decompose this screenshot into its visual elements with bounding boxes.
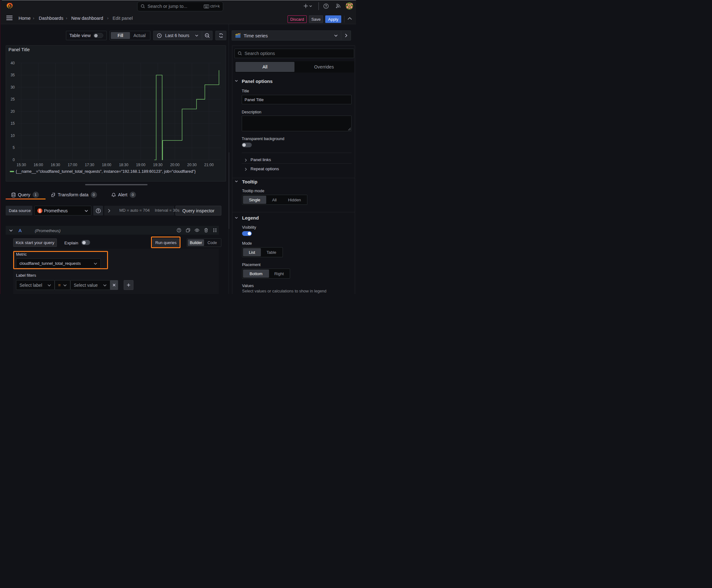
svg-text:25: 25 [11, 97, 15, 102]
svg-text:20: 20 [11, 109, 15, 114]
svg-text:21:00: 21:00 [204, 163, 214, 167]
svg-text:16:00: 16:00 [34, 163, 43, 167]
svg-text:17:00: 17:00 [68, 163, 77, 167]
svg-text:17:30: 17:30 [85, 163, 94, 167]
svg-text:15:30: 15:30 [17, 163, 26, 167]
svg-text:10: 10 [11, 133, 15, 138]
svg-text:0: 0 [13, 158, 15, 162]
svg-text:18:00: 18:00 [102, 163, 111, 167]
svg-text:15: 15 [11, 121, 15, 126]
svg-text:19:30: 19:30 [153, 163, 163, 167]
svg-text:18:30: 18:30 [119, 163, 128, 167]
svg-text:30: 30 [11, 85, 15, 89]
svg-text:5: 5 [13, 145, 15, 150]
svg-text:20:30: 20:30 [187, 163, 196, 167]
svg-text:35: 35 [11, 73, 15, 77]
svg-text:16:30: 16:30 [50, 163, 60, 167]
svg-text:20:00: 20:00 [170, 163, 179, 167]
svg-text:40: 40 [11, 61, 15, 65]
svg-text:19:00: 19:00 [136, 163, 145, 167]
